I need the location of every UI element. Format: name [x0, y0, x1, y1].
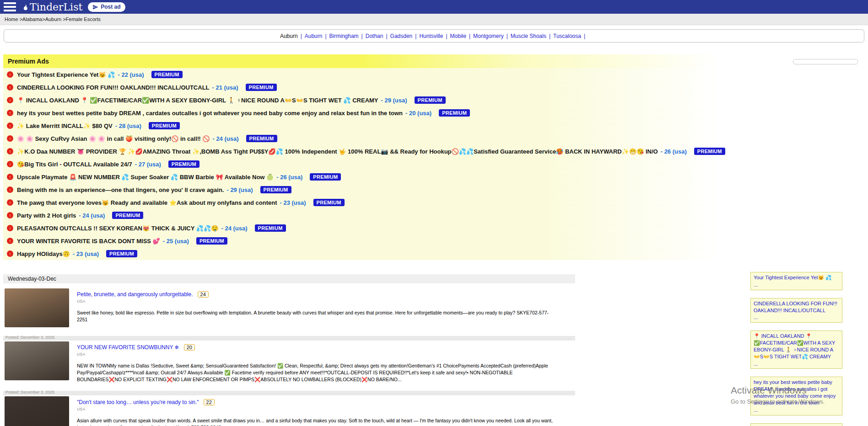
premium-ad-title[interactable]: PLEASANTON OUTCALLS !! SEXY KOREAN😻 THIC…: [17, 225, 218, 232]
sidebar-ad-link[interactable]: Your Tightest Experience Yet😼 💦: [754, 275, 832, 280]
premium-ad-title[interactable]: Happy HOlidays🙃: [17, 250, 70, 257]
premium-ad-title[interactable]: 📍 INCALL OAKLAND 📍 ✅FACETIME/CAR✅WITH A …: [17, 97, 378, 104]
premium-ad-age-link[interactable]: - 29 (usa): [226, 186, 253, 193]
up-arrow-icon: ↑: [7, 135, 13, 142]
listing-title-row: Petite, brunette, and dangerously unforg…: [77, 291, 575, 298]
city-link[interactable]: Muscle Shoals: [511, 33, 546, 39]
hamburger-menu-icon[interactable]: [4, 2, 16, 11]
listing-photo[interactable]: [5, 341, 69, 380]
listing-card: "Don't stare too long… unless you're rea…: [3, 395, 575, 426]
premium-ad-age-link[interactable]: - 24 (usa): [221, 225, 247, 232]
city-link[interactable]: Auburn: [305, 33, 323, 39]
city-link[interactable]: Huntsville: [419, 33, 443, 39]
listing-title-link[interactable]: YOUR NEW FAVORITE SNOWBUNNY ❄: [77, 344, 179, 351]
current-city: Auburn: [280, 33, 298, 39]
premium-ad-title[interactable]: Your Tightest Experience Yet😼 💦: [17, 71, 115, 78]
post-ad-button[interactable]: Post ad: [88, 2, 125, 12]
premium-ad-age-link[interactable]: - 26 (usa): [661, 148, 687, 155]
premium-ad-title[interactable]: ✨K.O Daa NUMBER 👅 PROVIDER 🏆 ✨💋AMAZING T…: [17, 148, 658, 155]
city-separator: |: [415, 33, 416, 39]
premium-ad-age-link[interactable]: - 29 (usa): [381, 97, 407, 104]
flame-icon: [22, 3, 29, 12]
premium-ad-title[interactable]: Party with 2 Hot girls: [17, 212, 76, 219]
listing-description: Sweet like honey, bold like espresso. Pe…: [77, 309, 555, 323]
city-link[interactable]: Montgomery: [473, 33, 504, 39]
premium-badge: PREMIUM: [260, 186, 291, 193]
premium-badge: PREMIUM: [196, 237, 227, 245]
up-arrow-icon: ↑: [7, 84, 13, 91]
city-link[interactable]: Tuscaloosa: [553, 33, 581, 39]
premium-badge: PREMIUM: [313, 199, 345, 206]
breadcrumb-text: Home >Alabama>Auburn >Female Escorts: [5, 16, 101, 22]
premium-badge: PREMIUM: [106, 250, 137, 257]
premium-ad-row: ↑✨K.O Daa NUMBER 👅 PROVIDER 🏆 ✨💋AMAZING …: [3, 145, 719, 158]
premium-ad-row: ↑PLEASANTON OUTCALLS !! SEXY KOREAN😻 THI…: [3, 222, 719, 234]
breadcrumb[interactable]: Home >Alabama>Auburn >Female Escorts: [0, 14, 868, 25]
premium-ad-age-link[interactable]: - 28 (usa): [115, 122, 141, 129]
listing-title-link[interactable]: "Don't stare too long… unless you're rea…: [77, 399, 199, 405]
premium-ad-age-link[interactable]: - 21 (usa): [212, 84, 238, 91]
listing-photo[interactable]: [5, 288, 69, 327]
listing-row: "Don't stare too long… unless you're rea…: [3, 395, 575, 426]
premium-ad-age-link[interactable]: - 23 (usa): [280, 199, 306, 206]
city-link[interactable]: Birmingham: [329, 33, 359, 39]
age-badge: 24: [198, 291, 209, 298]
up-arrow-icon: ↑: [7, 186, 13, 193]
site-logo[interactable]: TinderList: [22, 1, 82, 13]
premium-ad-row: ↑😘Big Tits Girl - OUTCALL Available 24/7…: [3, 158, 719, 170]
premium-ad-age-link[interactable]: - 25 (usa): [163, 238, 189, 245]
premium-ad-title[interactable]: Upscale Playmate 🚨 NEW NUMBER 💦 Super So…: [17, 174, 274, 181]
listing-photo[interactable]: [5, 396, 69, 426]
premium-ad-title[interactable]: ✨ Lake Merritt INCALL✨ $80 QV: [17, 122, 113, 129]
city-link[interactable]: Mobile: [450, 33, 466, 39]
premium-ad-title[interactable]: Being with me is an experience—one that …: [17, 186, 224, 193]
premium-ad-title[interactable]: The pawg that everyone loves😼 Ready and …: [17, 199, 277, 206]
listing-title-link[interactable]: Petite, brunette, and dangerously unforg…: [77, 291, 193, 298]
premium-ad-age-link[interactable]: - 26 (usa): [276, 174, 302, 181]
premium-ad-title[interactable]: hey its your best wettes petite baby DRE…: [17, 110, 403, 117]
listing-title-row: "Don't stare too long… unless you're rea…: [77, 399, 575, 405]
card-separator: [3, 336, 575, 341]
sidebar-ad-more: ...: [754, 361, 839, 367]
premium-ad-title[interactable]: 🌸 🌸 Sexy CuRvy Asian 🌸 🌸 in call 🍑 visit…: [17, 135, 210, 142]
posted-date: Posted: December 3, 2025: [5, 335, 54, 340]
ad-scrollbar-placeholder[interactable]: [793, 59, 858, 64]
city-link[interactable]: Gadsden: [390, 33, 413, 39]
sidebar-ad-more: ...: [754, 407, 839, 414]
premium-ad-title[interactable]: YOUR WINTER FAVORITE IS BACK DONT MISS 💕: [17, 238, 160, 245]
city-link[interactable]: Dothan: [366, 33, 383, 39]
premium-ad-row: ↑✨ Lake Merritt INCALL✨ $80 QV- 28 (usa)…: [3, 119, 719, 132]
logo-text: TinderList: [30, 1, 82, 13]
sidebar-ad-link[interactable]: CINDERELLA LOOKING FOR FUN!!! OAKLAND!!!…: [754, 301, 837, 313]
premium-ad-age-link[interactable]: - 24 (usa): [212, 135, 238, 142]
premium-ad-age-link[interactable]: - 27 (usa): [135, 161, 161, 168]
premium-ad-age-link[interactable]: - 20 (usa): [405, 110, 431, 117]
premium-ad-age-link[interactable]: - 24 (usa): [79, 212, 105, 219]
premium-ad-row: ↑Party with 2 Hot girls- 24 (usa)PREMIUM: [3, 209, 719, 222]
up-arrow-icon: ↑: [7, 174, 13, 180]
premium-ad-row: ↑YOUR WINTER FAVORITE IS BACK DONT MISS …: [3, 234, 719, 247]
sidebar-premium-box: 📍 INCALL OAKLAND 📍 ✅FACETIME/CAR✅WITH A …: [750, 330, 842, 369]
premium-badge: PREMIUM: [439, 109, 470, 117]
date-header: Wednesday-03-Dec: [3, 274, 575, 283]
premium-ad-title[interactable]: 😘Big Tits Girl - OUTCALL Available 24/7: [17, 161, 132, 168]
premium-ad-row: ↑🌸 🌸 Sexy CuRvy Asian 🌸 🌸 in call 🍑 visi…: [3, 132, 719, 145]
premium-ad-title[interactable]: CINDERELLA LOOKING FOR FUN!!! OAKLAND!!!…: [17, 84, 210, 91]
up-arrow-icon: ↑: [7, 199, 13, 206]
listing-card: YOUR NEW FAVORITE SNOWBUNNY ❄20USANEW IN…: [3, 341, 575, 391]
city-separator: |: [549, 33, 550, 39]
premium-ad-age-link[interactable]: - 23 (usa): [73, 250, 99, 257]
premium-ad-age-link[interactable]: - 22 (usa): [118, 71, 144, 78]
premium-ad-row: ↑The pawg that everyone loves😼 Ready and…: [3, 196, 719, 209]
up-arrow-icon: ↑: [7, 122, 13, 129]
sidebar-ad-link[interactable]: 📍 INCALL OAKLAND 📍 ✅FACETIME/CAR✅WITH A …: [754, 333, 835, 359]
city-separator: |: [325, 33, 326, 39]
up-arrow-icon: ↑: [7, 71, 13, 78]
listing-row: Petite, brunette, and dangerously unforg…: [3, 288, 575, 341]
card-separator: [3, 391, 575, 395]
premium-badge: PREMIUM: [415, 96, 446, 104]
city-separator: |: [446, 33, 447, 39]
page: TinderList Post ad Home >Alabama>Auburn …: [0, 0, 868, 426]
premium-ad-row: ↑Being with me is an experience—one that…: [3, 183, 719, 196]
sidebar-ad-link[interactable]: hey its your best wettes petite baby DRE…: [754, 379, 836, 405]
